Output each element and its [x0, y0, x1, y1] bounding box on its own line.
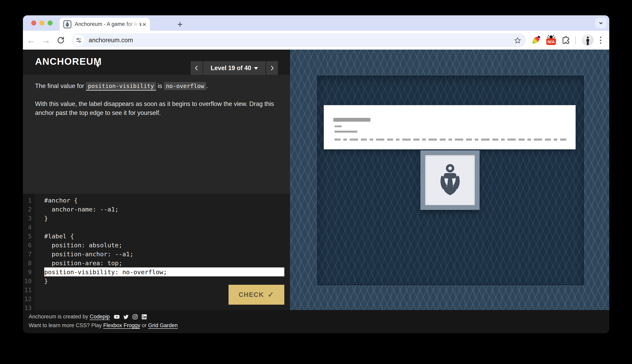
window-controls [31, 20, 53, 26]
na-badge-icon: N/A [546, 34, 556, 46]
chevron-left-icon [194, 65, 200, 72]
browser-tab[interactable]: Anchoreum - A game for learn × [60, 18, 150, 31]
forward-button[interactable]: → [41, 31, 52, 50]
site-footer: Anchoreum is created by Codepip [23, 310, 609, 333]
star-icon [514, 36, 522, 44]
zoom-window-button[interactable] [48, 20, 53, 26]
extension-colorpicker-button[interactable] [530, 34, 542, 46]
anchoreum-logo: ANCHOREUM [35, 56, 105, 67]
code-line: 1#anchor { [23, 196, 290, 205]
previous-level-button[interactable] [191, 61, 203, 75]
instagram-icon[interactable] [132, 314, 138, 320]
extensions-menu-button[interactable] [560, 34, 572, 46]
label-placeholder-dashes [335, 138, 566, 140]
site-settings-button[interactable] [73, 35, 84, 46]
label-placeholder-line-2 [335, 131, 357, 132]
draggable-anchor-element[interactable] [420, 150, 480, 210]
youtube-icon[interactable] [114, 314, 120, 320]
footer-more-line: Want to learn more CSS? Play Flexbox Fro… [29, 322, 178, 328]
screenshot-root: { "browser": { "tab_title": "Anchoreum -… [0, 0, 632, 364]
footer-credit-line: Anchoreum is created by Codepip [29, 314, 147, 320]
flexbox-froggy-link[interactable]: Flexbox Froggy [103, 322, 140, 329]
label-placeholder-line-1 [335, 126, 342, 127]
reload-icon [57, 36, 65, 44]
browser-window: Anchoreum - A game for learn × + ← → [23, 15, 609, 333]
back-button[interactable]: ← [26, 31, 37, 50]
game-scene [290, 50, 609, 310]
code-line: 4 [23, 222, 290, 232]
left-panel: ANCHOREUM Level 19 of 40 [23, 50, 290, 310]
game-header: ANCHOREUM Level 19 of 40 [23, 50, 290, 75]
tab-search-button[interactable] [595, 18, 607, 28]
browser-menu-button[interactable] [598, 36, 603, 45]
label-placeholder-title [333, 118, 370, 122]
logo-anchor-accent [96, 64, 100, 68]
extension-na-button[interactable]: N/A [545, 34, 557, 46]
linkedin-icon[interactable] [141, 314, 147, 320]
instruction-paragraph-2: With this value, the label disappears as… [35, 99, 276, 117]
overflow-view-container [317, 76, 584, 285]
url-bar[interactable]: anchoreum.com [72, 33, 526, 47]
code-line: 7 position-anchor: --a1; [23, 250, 290, 258]
instruction-paragraph-1: The final value for position-visibility … [35, 82, 276, 90]
minimize-window-button[interactable] [40, 20, 45, 26]
toolbar-divider [575, 36, 576, 44]
reload-button[interactable] [55, 31, 66, 50]
close-window-button[interactable] [31, 20, 36, 26]
person-icon [584, 36, 591, 46]
twitter-icon[interactable] [123, 314, 129, 320]
codepip-link[interactable]: Codepip [90, 314, 110, 320]
check-icon: ✓ [268, 290, 274, 299]
level-label: Level 19 of 40 [211, 64, 251, 72]
bookmark-star-button[interactable] [514, 36, 522, 44]
code-line: 3} [23, 214, 290, 222]
browser-toolbar: ← → anchoreum.com [23, 31, 609, 50]
code-line: 10} [23, 276, 290, 285]
new-tab-button[interactable]: + [177, 19, 183, 30]
level-navigation: Level 19 of 40 [191, 61, 278, 75]
url-text[interactable]: anchoreum.com [89, 37, 514, 44]
anchor-tile [425, 155, 475, 205]
code-line: 5#label { [23, 232, 290, 240]
chevron-down-icon [598, 20, 604, 26]
code-line: 2 anchor-name: --a1; [23, 205, 290, 214]
code-line-input-row: 9position-visibility: no-overflow; [23, 268, 290, 276]
puzzle-icon [561, 36, 570, 44]
caret-down-icon [254, 67, 258, 70]
tune-icon [75, 37, 82, 44]
check-button[interactable]: CHECK✓ [229, 285, 284, 305]
tab-title-fade [126, 20, 140, 29]
tab-close-icon[interactable]: × [142, 21, 146, 28]
svg-text:N/A: N/A [547, 40, 555, 44]
anchor-icon [435, 162, 465, 198]
code-answer-input[interactable]: position-visibility: no-overflow; [44, 268, 284, 276]
code-line: 6 position: absolute; [23, 240, 290, 250]
grid-garden-link[interactable]: Grid Garden [148, 322, 178, 329]
anchoreum-favicon-icon [63, 20, 72, 28]
feather-icon [531, 36, 540, 44]
code-editor: 1#anchor { 2 anchor-name: --a1; 3} 4 5#l… [23, 194, 290, 310]
level-dropdown[interactable]: Level 19 of 40 [203, 61, 265, 75]
level-instructions: The final value for position-visibility … [35, 82, 276, 126]
next-level-button[interactable] [266, 61, 278, 75]
chevron-right-icon [269, 65, 275, 72]
code-term-position-visibility[interactable]: position-visibility [86, 82, 156, 90]
social-links [114, 314, 147, 320]
code-term-no-overflow: no-overflow [164, 82, 206, 90]
label-element [324, 105, 576, 149]
tab-strip: Anchoreum - A game for learn × + [23, 15, 609, 31]
code-line: 8 position-area: top; [23, 258, 290, 268]
profile-avatar[interactable] [582, 34, 593, 46]
